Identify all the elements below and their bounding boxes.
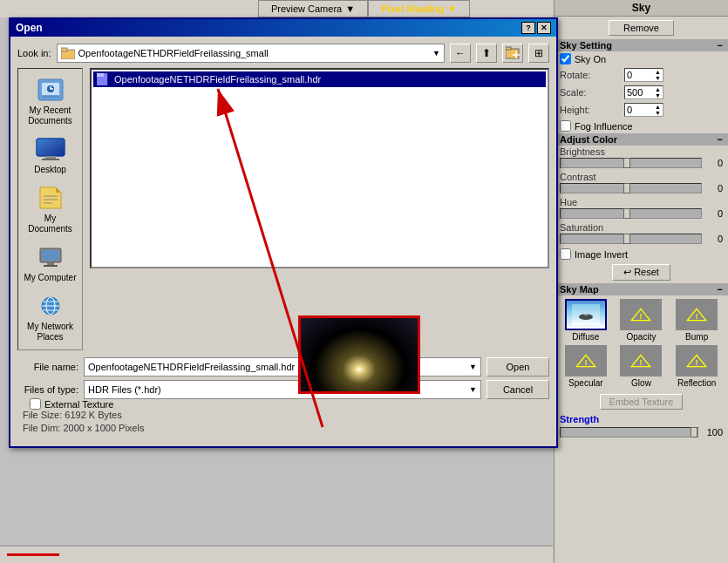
- up-btn[interactable]: ⬆: [476, 44, 497, 63]
- filename-input[interactable]: OpenfootageNETHDRFieldFreilassing_small.…: [84, 357, 481, 376]
- sky-map-reflection[interactable]: ! Reflection: [670, 345, 723, 388]
- new-folder-btn[interactable]: [502, 44, 523, 63]
- strength-value: 100: [702, 427, 723, 438]
- sky-map-diffuse[interactable]: Diffuse: [560, 299, 612, 342]
- preview-camera-dropdown[interactable]: ▼: [345, 3, 355, 14]
- reflection-label: Reflection: [677, 378, 716, 388]
- height-spinbox[interactable]: ▲▼: [624, 103, 663, 117]
- svg-text:!: !: [640, 312, 643, 321]
- reflection-thumb[interactable]: !: [676, 345, 718, 376]
- svg-rect-29: [45, 156, 56, 159]
- remove-button[interactable]: Remove: [609, 20, 674, 36]
- svg-rect-37: [44, 265, 58, 267]
- bump-thumb[interactable]: !: [676, 299, 718, 330]
- adjust-color-minus[interactable]: −: [718, 134, 723, 145]
- hue-value: 0: [705, 208, 723, 219]
- saturation-slider[interactable]: [560, 234, 702, 244]
- hue-slider[interactable]: [560, 208, 702, 219]
- dialog-close-btn[interactable]: ✕: [537, 22, 551, 34]
- place-desktop[interactable]: Desktop: [20, 132, 80, 179]
- scale-arrows[interactable]: ▲▼: [655, 86, 661, 98]
- open-dialog: Open ? ✕ Look in: OpenfootageNETHDRField…: [9, 17, 558, 448]
- svg-rect-35: [42, 250, 59, 261]
- sky-map-glow[interactable]: ! Glow: [616, 345, 668, 388]
- sky-setting-minus[interactable]: −: [718, 40, 723, 51]
- place-documents[interactable]: My Documents: [20, 180, 80, 238]
- filename-label: File name:: [17, 362, 78, 372]
- documents-icon: [35, 184, 66, 212]
- strength-slider[interactable]: [560, 427, 698, 438]
- height-label: Height:: [560, 105, 621, 115]
- status-bar: [0, 546, 553, 563]
- place-network[interactable]: My Network Places: [20, 288, 80, 346]
- svg-rect-30: [42, 159, 59, 160]
- pixel-shading-tab[interactable]: Pixel Shading ▼: [368, 0, 470, 17]
- svg-point-2: [583, 314, 588, 316]
- filename-dropdown-arrow[interactable]: ▼: [469, 363, 477, 371]
- preview-image: [301, 318, 418, 391]
- dialog-help-btn[interactable]: ?: [521, 22, 535, 34]
- back-btn[interactable]: ←: [450, 44, 471, 63]
- contrast-value: 0: [705, 183, 723, 193]
- file-item[interactable]: OpenfootageNETHDRFieldFreilassing_small.…: [93, 71, 546, 87]
- filetype-input[interactable]: HDR Files (*.hdr) ▼: [84, 380, 481, 399]
- hue-row: Hue 0: [555, 196, 728, 221]
- filetype-dropdown-arrow[interactable]: ▼: [469, 385, 477, 394]
- fog-influence-checkbox[interactable]: [560, 120, 571, 132]
- rotate-label: Rotate:: [560, 70, 621, 80]
- height-arrows[interactable]: ▲▼: [655, 104, 661, 116]
- svg-text:!: !: [696, 312, 698, 321]
- contrast-row: Contrast 0: [555, 171, 728, 196]
- preview-camera-tab[interactable]: Preview Camera ▼: [258, 0, 368, 17]
- sky-on-checkbox[interactable]: [560, 53, 571, 64]
- reset-button[interactable]: ↩ Reset: [612, 264, 670, 281]
- lookin-row: Look in: OpenfootageNETHDRFieldFreilassi…: [17, 44, 549, 63]
- preview-camera-label: Preview Camera: [271, 3, 342, 14]
- pixel-shading-dropdown[interactable]: ▼: [447, 3, 457, 14]
- lookin-label: Look in:: [17, 48, 51, 58]
- image-invert-row: Image Invert: [555, 247, 728, 261]
- specular-thumb[interactable]: !: [565, 345, 607, 376]
- places-bar: My Recent Documents: [17, 68, 83, 350]
- scale-input[interactable]: [627, 87, 653, 98]
- open-button[interactable]: Open: [486, 357, 549, 376]
- contrast-slider[interactable]: [560, 183, 702, 193]
- opacity-label: Opacity: [627, 332, 657, 342]
- svg-text:!: !: [696, 358, 698, 367]
- height-input[interactable]: [627, 105, 653, 115]
- lookin-arrow-icon[interactable]: ▼: [432, 49, 440, 58]
- lookin-folder-name: OpenfootageNETHDRFieldFreilassing_small: [78, 48, 430, 58]
- diffuse-thumb[interactable]: [565, 299, 607, 330]
- rotate-arrows[interactable]: ▲▼: [655, 69, 661, 81]
- embed-texture-button[interactable]: Embed Texture: [600, 394, 684, 410]
- filedim-info: File Dim: 2000 x 1000 Pixels: [23, 423, 544, 433]
- network-icon: [35, 292, 66, 320]
- file-list[interactable]: OpenfootageNETHDRFieldFreilassing_small.…: [90, 68, 549, 268]
- sky-on-label: Sky On: [575, 54, 606, 64]
- glow-thumb[interactable]: !: [620, 345, 662, 376]
- adjust-color-section: Adjust Color −: [555, 133, 728, 146]
- cancel-button[interactable]: Cancel: [486, 380, 549, 399]
- sky-on-row: Sky On: [555, 51, 728, 66]
- svg-rect-36: [47, 262, 54, 265]
- rotate-row: Rotate: ▲▼: [555, 66, 728, 84]
- lookin-dropdown[interactable]: OpenfootageNETHDRFieldFreilassing_small …: [57, 44, 445, 63]
- pixel-shading-label: Pixel Shading: [381, 3, 444, 14]
- rotate-spinbox[interactable]: ▲▼: [624, 68, 663, 82]
- desktop-label: Desktop: [34, 165, 66, 175]
- scale-spinbox[interactable]: ▲▼: [624, 85, 663, 99]
- filetype-label: Files of type:: [17, 384, 78, 395]
- sky-map-bump[interactable]: ! Bump: [670, 299, 723, 342]
- sky-map-minus[interactable]: −: [718, 284, 723, 295]
- place-recent[interactable]: My Recent Documents: [20, 72, 80, 130]
- place-computer[interactable]: My Computer: [20, 240, 80, 287]
- opacity-thumb[interactable]: !: [620, 299, 662, 330]
- sky-map-specular[interactable]: ! Specular: [560, 345, 612, 388]
- saturation-row: Saturation 0: [555, 221, 728, 247]
- brightness-slider[interactable]: [560, 158, 702, 168]
- external-texture-checkbox[interactable]: [30, 398, 41, 410]
- view-btn[interactable]: ⊞: [528, 44, 549, 63]
- rotate-input[interactable]: [627, 70, 653, 80]
- sky-map-opacity[interactable]: ! Opacity: [616, 299, 668, 342]
- image-invert-checkbox[interactable]: [560, 248, 571, 260]
